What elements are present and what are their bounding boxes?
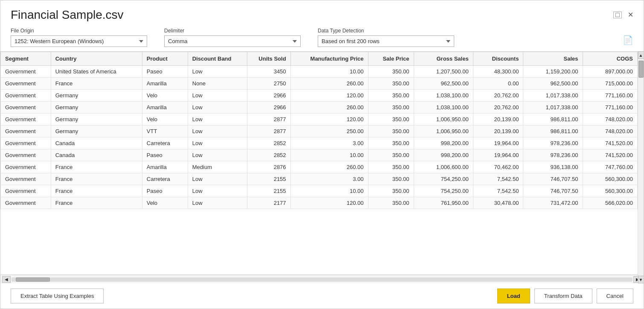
- table-cell: 7,542.50: [473, 185, 523, 197]
- table-cell: 20,762.00: [473, 90, 523, 102]
- table-cell: 350.00: [368, 125, 414, 137]
- table-cell: Germany: [51, 125, 142, 137]
- table-cell: 70,462.00: [473, 161, 523, 173]
- scroll-down-btn[interactable]: ▼: [638, 276, 644, 283]
- table-cell: Government: [1, 197, 51, 209]
- table-cell: 746,707.50: [523, 173, 583, 185]
- table-cell: Low: [188, 66, 247, 78]
- dialog: Financial Sample.csv □ ✕ File Origin 125…: [0, 0, 644, 309]
- col-header-sale-price: Sale Price: [368, 52, 414, 66]
- table-cell: 754,250.00: [414, 185, 473, 197]
- table-cell: 986,811.00: [523, 114, 583, 125]
- table-cell: 7,542.50: [473, 173, 523, 185]
- table-cell: 741,520.00: [583, 137, 638, 149]
- table-cell: 748,020.00: [583, 114, 638, 125]
- delimiter-select[interactable]: CommaTabSemicolonSpaceCustom: [164, 35, 301, 47]
- table-cell: Government: [1, 90, 51, 102]
- table-cell: 1,038,100.00: [414, 90, 473, 102]
- table-cell: VTT: [142, 125, 188, 137]
- table-cell: 120.00: [290, 114, 368, 125]
- data-type-select[interactable]: Based on first 200 rowsBased on entire d…: [318, 35, 454, 47]
- transform-data-button[interactable]: Transform Data: [534, 289, 592, 303]
- table-cell: 350.00: [368, 78, 414, 90]
- table-cell: Government: [1, 161, 51, 173]
- table-cell: 1,006,950.00: [414, 125, 473, 137]
- table-cell: 250.00: [290, 125, 368, 137]
- scroll-up-btn[interactable]: ▲: [638, 51, 644, 59]
- table-cell: 2852: [247, 149, 290, 161]
- table-cell: 2877: [247, 114, 290, 125]
- table-cell: 350.00: [368, 66, 414, 78]
- horiz-track: [12, 277, 632, 282]
- table-cell: Low: [188, 173, 247, 185]
- file-origin-label: File Origin: [11, 28, 147, 34]
- table-cell: 962,500.00: [523, 78, 583, 90]
- table-cell: 741,520.00: [583, 149, 638, 161]
- table-cell: 747,760.00: [583, 161, 638, 173]
- extract-table-button[interactable]: Extract Table Using Examples: [11, 289, 104, 303]
- horiz-thumb[interactable]: [16, 277, 50, 282]
- table-cell: Government: [1, 173, 51, 185]
- window-controls: □ ✕: [613, 12, 633, 18]
- table-cell: 962,500.00: [414, 78, 473, 90]
- table-cell: 1,017,338.00: [523, 90, 583, 102]
- table-cell: 350.00: [368, 173, 414, 185]
- table-row: GovernmentGermanyVeloLow2877120.00350.00…: [1, 114, 638, 125]
- close-icon[interactable]: ✕: [628, 12, 633, 18]
- col-header-product: Product: [142, 52, 188, 66]
- col-header-discounts: Discounts: [473, 52, 523, 66]
- table-cell: 0.00: [473, 78, 523, 90]
- table-cell: France: [51, 161, 142, 173]
- horizontal-scrollbar[interactable]: ◀ ▶: [0, 275, 644, 283]
- table-cell: 2750: [247, 78, 290, 90]
- file-origin-select[interactable]: 1252: Western European (Windows)UTF-8UTF…: [11, 35, 147, 47]
- col-header-country: Country: [51, 52, 142, 66]
- table-cell: 2966: [247, 90, 290, 102]
- table-cell: Germany: [51, 114, 142, 125]
- table-cell: Velo: [142, 197, 188, 209]
- table-cell: 2155: [247, 173, 290, 185]
- table-cell: 2876: [247, 161, 290, 173]
- table-cell: 350.00: [368, 114, 414, 125]
- restore-icon[interactable]: □: [613, 12, 622, 18]
- col-header-discount-band: Discount Band: [188, 52, 247, 66]
- cancel-button[interactable]: Cancel: [597, 289, 633, 303]
- table-row: GovernmentGermanyVeloLow2966120.00350.00…: [1, 90, 638, 102]
- table-cell: Carretera: [142, 173, 188, 185]
- table-cell: 350.00: [368, 185, 414, 197]
- table-cell: 30,478.00: [473, 197, 523, 209]
- file-origin-group: File Origin 1252: Western European (Wind…: [11, 28, 147, 47]
- table-cell: 715,000.00: [583, 78, 638, 90]
- table-row: GovernmentCanadaCarreteraLow28523.00350.…: [1, 137, 638, 149]
- scroll-thumb[interactable]: [638, 61, 644, 78]
- table-cell: 771,160.00: [583, 90, 638, 102]
- load-button[interactable]: Load: [497, 289, 530, 303]
- table-cell: 897,000.00: [583, 66, 638, 78]
- table-container[interactable]: Segment Country Product Discount Band Un…: [0, 51, 644, 275]
- table-cell: 350.00: [368, 161, 414, 173]
- table-row: GovernmentGermanyVTTLow2877250.00350.001…: [1, 125, 638, 137]
- table-cell: 746,707.50: [523, 185, 583, 197]
- table-cell: 120.00: [290, 90, 368, 102]
- table-cell: 560,300.00: [583, 185, 638, 197]
- table-cell: 1,006,950.00: [414, 114, 473, 125]
- scroll-left-btn[interactable]: ◀: [2, 276, 11, 283]
- table-cell: Low: [188, 197, 247, 209]
- table-cell: Amarilla: [142, 161, 188, 173]
- table-cell: Government: [1, 125, 51, 137]
- title-bar: Financial Sample.csv □ ✕: [0, 0, 644, 25]
- table-cell: 978,236.00: [523, 137, 583, 149]
- vertical-scrollbar[interactable]: ▲ ▼: [638, 51, 644, 283]
- col-header-cogs: COGS: [583, 52, 638, 66]
- table-cell: 10.00: [290, 149, 368, 161]
- table-row: GovernmentCanadaPaseoLow285210.00350.009…: [1, 149, 638, 161]
- table-cell: France: [51, 78, 142, 90]
- table-cell: 748,020.00: [583, 125, 638, 137]
- table-cell: 48,300.00: [473, 66, 523, 78]
- table-cell: 3.00: [290, 173, 368, 185]
- col-header-units-sold: Units Sold: [247, 52, 290, 66]
- controls-row: File Origin 1252: Western European (Wind…: [0, 25, 644, 51]
- file-export-icon[interactable]: 📄: [623, 35, 633, 45]
- data-type-group: Data Type Detection Based on first 200 r…: [318, 28, 454, 47]
- table-cell: Government: [1, 78, 51, 90]
